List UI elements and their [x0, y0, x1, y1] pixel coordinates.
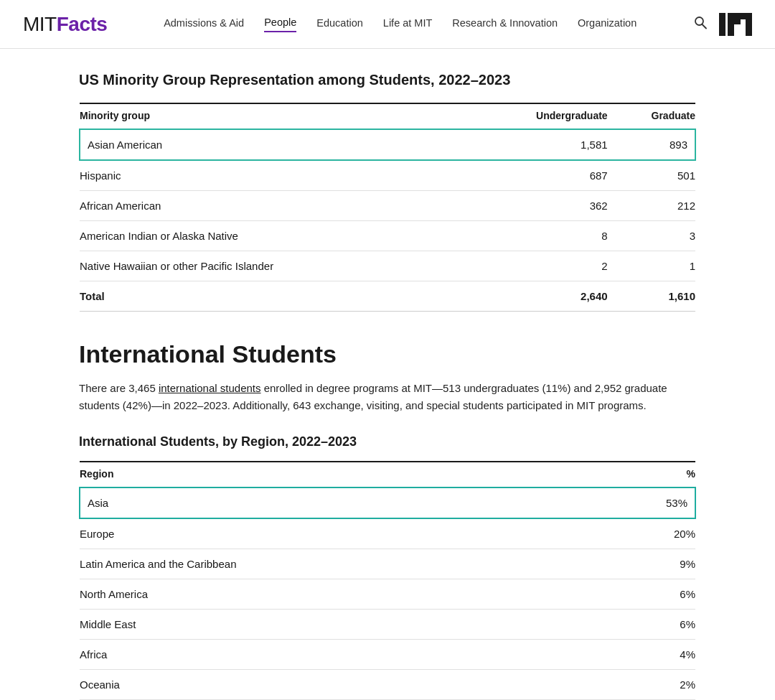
undergrad-value: 362: [466, 191, 608, 221]
minority-title: US Minority Group Representation among S…: [79, 72, 696, 88]
col-graduate: Graduate: [608, 103, 695, 129]
nav-admissions[interactable]: Admissions & Aid: [164, 17, 244, 32]
graduate-value: 893: [608, 129, 695, 160]
group-name: Native Hawaiian or other Pacific Islande…: [80, 251, 466, 281]
international-section: International Students There are 3,465 i…: [79, 340, 696, 700]
region-pct: 2%: [598, 670, 695, 700]
main-content: US Minority Group Representation among S…: [65, 49, 710, 700]
undergrad-value: 8: [466, 221, 608, 251]
region-name: Latin America and the Caribbean: [80, 549, 598, 579]
table-row: Latin America and the Caribbean 9%: [80, 549, 695, 579]
region-pct: 53%: [598, 487, 695, 518]
region-name: Europe: [80, 518, 598, 549]
region-pct: 20%: [598, 518, 695, 549]
search-button[interactable]: [693, 15, 708, 33]
undergrad-value: 1,581: [466, 129, 608, 160]
region-name: Oceania: [80, 670, 598, 700]
graduate-value: 1: [608, 251, 695, 281]
nav-research[interactable]: Research & Innovation: [452, 17, 558, 32]
undergrad-value: 2: [466, 251, 608, 281]
intl-title: International Students: [79, 340, 696, 368]
col-undergraduate: Undergraduate: [466, 103, 608, 129]
region-name: Africa: [80, 640, 598, 670]
region-table: Region % Asia 53% Europe 20% Latin Ameri…: [79, 461, 696, 700]
minority-table: Minority group Undergraduate Graduate As…: [79, 103, 696, 312]
table-row: African American 362 212: [80, 191, 695, 221]
region-pct: 4%: [598, 640, 695, 670]
total-label: Total: [80, 281, 466, 312]
table-row: American Indian or Alaska Native 8 3: [80, 221, 695, 251]
table-row: Africa 4%: [80, 640, 695, 670]
undergrad-value: 687: [466, 160, 608, 191]
table-row: Hispanic 687 501: [80, 160, 695, 191]
table-row: North America 6%: [80, 579, 695, 610]
region-name: North America: [80, 579, 598, 610]
graduate-value: 501: [608, 160, 695, 191]
nav-life[interactable]: Life at MIT: [383, 17, 433, 32]
svg-rect-4: [728, 13, 734, 24]
group-name: American Indian or Alaska Native: [80, 221, 466, 251]
region-pct: 6%: [598, 610, 695, 640]
total-graduate: 1,610: [608, 281, 695, 312]
intl-description: There are 3,465 international students e…: [79, 380, 696, 414]
svg-rect-2: [719, 13, 725, 36]
nav-education[interactable]: Education: [316, 17, 363, 32]
nav-people[interactable]: People: [264, 17, 296, 32]
table-row: Asia 53%: [80, 487, 695, 518]
table-row: Europe 20%: [80, 518, 695, 549]
region-name: Asia: [80, 487, 598, 518]
col-region: Region: [80, 462, 598, 487]
minority-section: US Minority Group Representation among S…: [79, 72, 696, 312]
nav-organization[interactable]: Organization: [578, 17, 637, 32]
region-table-header: Region %: [80, 462, 695, 487]
mit-logo-mark: [719, 13, 752, 36]
graduate-value: 3: [608, 221, 695, 251]
site-header: MITFacts Admissions & Aid People Educati…: [0, 0, 775, 49]
graduate-value: 212: [608, 191, 695, 221]
table-row: Native Hawaiian or other Pacific Islande…: [80, 251, 695, 281]
main-nav: Admissions & Aid People Education Life a…: [164, 17, 637, 32]
region-pct: 6%: [598, 579, 695, 610]
total-undergrad: 2,640: [466, 281, 608, 312]
svg-line-1: [702, 24, 706, 29]
total-row: Total 2,640 1,610: [80, 281, 695, 312]
intl-subtitle: International Students, by Region, 2022–…: [79, 434, 696, 449]
col-pct: %: [598, 462, 695, 487]
header-right: [693, 13, 752, 36]
svg-rect-7: [746, 13, 752, 36]
col-minority-group: Minority group: [80, 103, 466, 129]
region-name: Middle East: [80, 610, 598, 640]
site-logo[interactable]: MITFacts: [23, 13, 107, 36]
intl-students-link[interactable]: international students: [159, 382, 261, 394]
table-row: Oceania 2%: [80, 670, 695, 700]
minority-table-header: Minority group Undergraduate Graduate: [80, 103, 695, 129]
search-icon: [693, 15, 708, 29]
table-row: Middle East 6%: [80, 610, 695, 640]
region-pct: 9%: [598, 549, 695, 579]
group-name: Asian American: [80, 129, 466, 160]
group-name: African American: [80, 191, 466, 221]
table-row: Asian American 1,581 893: [80, 129, 695, 160]
group-name: Hispanic: [80, 160, 466, 191]
